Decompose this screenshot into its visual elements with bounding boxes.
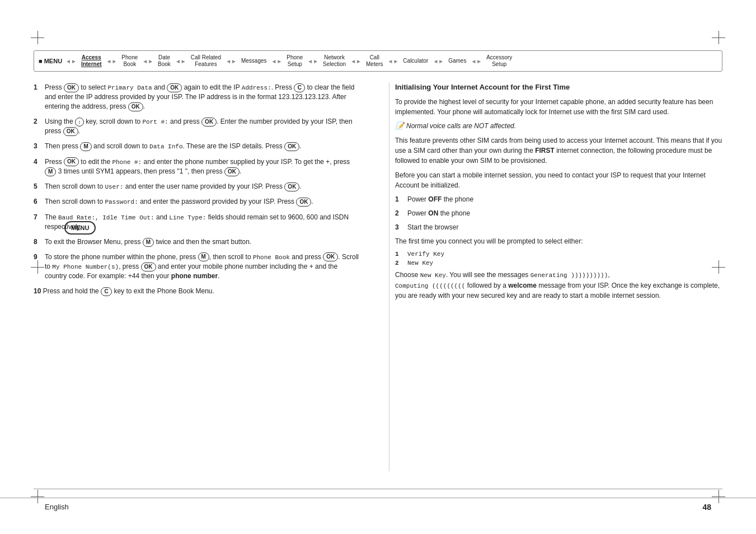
- ok-btn-6: OK: [296, 198, 311, 207]
- right-para-5: Choose New Key. You will see the message…: [395, 270, 722, 301]
- right-step-3: 3 Start the browser: [395, 223, 722, 232]
- options-list: 1 Verify Key 2 New Key: [395, 251, 722, 266]
- nav-arrow-5: ◄►: [271, 58, 283, 64]
- left-numbered-list: 1 Press OK to select Primary Data and OK…: [34, 83, 361, 281]
- step-9-num: 9: [34, 252, 41, 282]
- nav-arrow-1: ◄►: [106, 58, 118, 64]
- step-6-num: 6: [34, 197, 41, 207]
- right-step-1-num: 1: [395, 195, 403, 204]
- page-container: ■ MENU ◄► AccessInternet ◄► PhoneBook ◄►…: [0, 0, 756, 534]
- right-step-3-content: Start the browser: [407, 223, 458, 232]
- nav-arrow-8: ◄►: [388, 58, 399, 64]
- menu-nav: ■ MENU ◄► AccessInternet ◄► PhoneBook ◄►…: [34, 50, 722, 72]
- content-area: MENU 1 Press OK to select Primary Data a…: [34, 83, 722, 471]
- ok-btn-1b: OK: [167, 83, 182, 92]
- ok-btn-9a: OK: [323, 252, 338, 261]
- right-para-4: The first time you connect you will be p…: [395, 236, 722, 246]
- nav-item-phone-setup[interactable]: PhoneSetup: [283, 53, 306, 69]
- menu-button-side: MENU: [64, 221, 96, 235]
- nav-arrow-4: ◄►: [226, 58, 237, 64]
- step-9: 9 To store the phone number within the p…: [34, 252, 361, 282]
- footer-language: English: [45, 503, 69, 512]
- ok-btn-4a: OK: [64, 157, 79, 166]
- step-10-num: 10: [34, 287, 41, 295]
- step-2: 2 Using the ↕ key, scroll down to Port #…: [34, 117, 361, 136]
- right-column: Initialising Your Internet Account for t…: [389, 83, 722, 471]
- nav-arrow-7: ◄►: [350, 58, 361, 64]
- option-2: 2 New Key: [395, 260, 722, 266]
- welcome-bold: welcome: [508, 282, 537, 289]
- step-9-content: To store the phone number within the pho…: [45, 252, 361, 282]
- first-bold: FIRST: [535, 147, 555, 154]
- ok-btn-9b: OK: [141, 263, 156, 271]
- nav-item-access-internet[interactable]: AccessInternet: [78, 53, 105, 69]
- step-6-content: Then scroll down to Password: and enter …: [45, 197, 361, 207]
- step-1-num: 1: [34, 83, 41, 111]
- nav-arrow-6: ◄►: [307, 58, 318, 64]
- note-line: 📝Normal voice calls are NOT affected.: [395, 121, 722, 130]
- step-4-num: 4: [34, 157, 41, 176]
- nav-item-date-book[interactable]: DateBook: [154, 53, 174, 69]
- new-key-code: New Key: [420, 272, 446, 279]
- nav-arrow-0: ◄►: [65, 58, 77, 64]
- ok-btn-3: OK: [284, 142, 299, 151]
- step-6: 6 Then scroll down to Password: and ente…: [34, 197, 361, 207]
- step-3-num: 3: [34, 142, 41, 151]
- right-para-1: To provide the highest level of security…: [395, 97, 722, 117]
- step-8-num: 8: [34, 237, 41, 247]
- section-heading: Initialising Your Internet Account for t…: [395, 83, 722, 91]
- step-4: 4 Press OK to edit the Phone #: and ente…: [34, 157, 361, 176]
- nav-arrow-9: ◄►: [433, 58, 444, 64]
- right-step-2-content: Power ON the phone: [407, 209, 470, 218]
- option-1: 1 Verify Key: [395, 251, 722, 257]
- nav-arrow-10: ◄►: [471, 58, 482, 64]
- footer-line: [34, 489, 722, 489]
- step-7-num: 7: [34, 213, 41, 232]
- step-3: 3 Then press M and scroll down to Data I…: [34, 142, 361, 151]
- step-2-num: 2: [34, 117, 41, 136]
- right-step-1: 1 Power OFF the phone: [395, 195, 722, 204]
- off-bold: OFF: [428, 195, 442, 203]
- m-btn-3: M: [80, 142, 91, 151]
- footer-page-number: 48: [702, 503, 711, 512]
- right-para-2: This feature prevents other SIM cards fr…: [395, 135, 722, 166]
- c-btn-1: C: [294, 83, 305, 92]
- nav-item-calculator[interactable]: Calculator: [400, 57, 431, 65]
- ok-btn-4b: OK: [224, 167, 240, 176]
- nav-item-network-selection[interactable]: NetworkSelection: [320, 53, 349, 69]
- step-5: 5 Then scroll down to User: and enter th…: [34, 182, 361, 191]
- nav-item-call-meters[interactable]: CallMeters: [363, 53, 387, 69]
- nav-item-messages[interactable]: Messages: [238, 57, 270, 65]
- step-8-content: To exit the Browser Menu, press M twice …: [45, 237, 361, 247]
- step-1: 1 Press OK to select Primary Data and OK…: [34, 83, 361, 111]
- note-text: Normal voice calls are NOT affected.: [406, 122, 516, 130]
- m-btn-9a: M: [198, 252, 209, 261]
- right-steps-list: 1 Power OFF the phone 2 Power ON the pho…: [395, 195, 722, 232]
- generating-code: Generating )))))))))): [530, 272, 608, 279]
- step-5-content: Then scroll down to User: and enter the …: [45, 182, 361, 191]
- ok-btn-2b: OK: [63, 127, 78, 136]
- step-10: 10 Press and hold the C key to exit the …: [34, 287, 361, 296]
- step-2-content: Using the ↕ key, scroll down to Port #: …: [45, 117, 361, 136]
- step-8: 8 To exit the Browser Menu, press M twic…: [34, 237, 361, 247]
- step-4-content: Press OK to edit the Phone #: and enter …: [45, 157, 361, 176]
- on-bold: ON: [428, 209, 438, 217]
- right-para-3: Before you can start a mobile internet s…: [395, 170, 722, 190]
- step-5-num: 5: [34, 182, 41, 191]
- nav-arrow-2: ◄►: [142, 58, 153, 64]
- nav-arrow-3: ◄►: [175, 58, 186, 64]
- menu-label: ■ MENU: [39, 58, 62, 64]
- bold-phone: phone number: [171, 272, 218, 280]
- nav-item-phone-book[interactable]: PhoneBook: [118, 53, 141, 69]
- nav-item-games[interactable]: Games: [445, 57, 469, 65]
- ok-btn-1c: OK: [128, 102, 143, 111]
- ok-btn-5: OK: [284, 182, 299, 191]
- nav-item-call-related[interactable]: Call RelatedFeatures: [187, 53, 224, 69]
- ok-btn-2a: OK: [201, 118, 217, 127]
- right-step-3-num: 3: [395, 223, 403, 232]
- right-step-1-content: Power OFF the phone: [407, 195, 473, 204]
- computing-code: Computing (((((((((: [395, 283, 465, 289]
- note-icon: 📝: [395, 121, 404, 130]
- m-btn-8: M: [143, 238, 154, 247]
- nav-item-accessory-setup[interactable]: AccessorySetup: [483, 53, 515, 69]
